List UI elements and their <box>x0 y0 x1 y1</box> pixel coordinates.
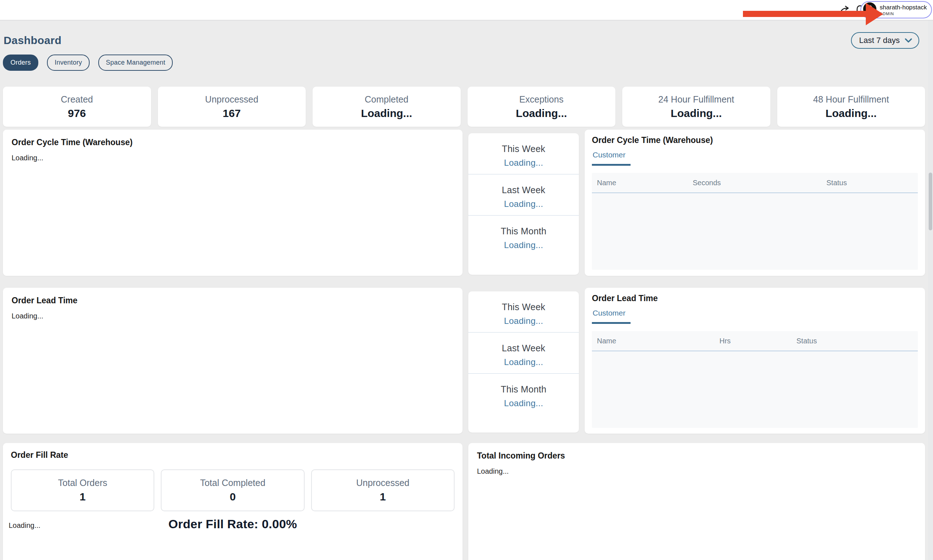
panel-title: Order Fill Rate <box>11 450 455 460</box>
chevron-down-icon <box>905 36 912 45</box>
stat-value: Loading... <box>671 107 722 120</box>
panel-title: Order Cycle Time (Warehouse) <box>12 138 454 147</box>
stat-value: 1 <box>80 491 86 503</box>
stat-label: 24 Hour Fulfillment <box>658 94 734 105</box>
fill-rate-footer: Loading... Order Fill Rate: 0.00% <box>11 517 455 531</box>
summary-label: This Week <box>468 144 579 154</box>
stat-label: Unprocessed <box>356 478 409 488</box>
bottom-row: Order Fill Rate Total Orders 1 Total Com… <box>3 443 925 560</box>
tab-space-management[interactable]: Space Management <box>98 54 173 71</box>
tab-orders[interactable]: Orders <box>3 54 38 71</box>
stat-label: Total Orders <box>58 478 107 488</box>
mini-card-unprocessed: Unprocessed 1 <box>311 469 455 511</box>
summary-value: Loading... <box>468 357 579 367</box>
summary-this-week: This Week Loading... <box>468 133 579 174</box>
user-role: ADMIN <box>880 12 927 16</box>
stat-value: 1 <box>380 491 386 503</box>
stat-card-48h-fulfillment: 48 Hour Fulfillment Loading... <box>777 87 925 127</box>
stat-label: Total Completed <box>200 478 265 488</box>
order-lead-time-summary-card: This Week Loading... Last Week Loading..… <box>468 291 579 432</box>
summary-label: This Month <box>468 226 579 237</box>
summary-label: Last Week <box>468 343 579 354</box>
vertical-scrollbar-thumb[interactable] <box>929 172 932 230</box>
tab-inventory[interactable]: Inventory <box>47 54 89 71</box>
table-body-empty <box>592 193 918 270</box>
column-header-hrs: Hrs <box>714 337 791 345</box>
stat-value: Loading... <box>361 107 412 120</box>
summary-label: Last Week <box>468 185 579 195</box>
summary-last-week: Last Week Loading... <box>468 332 579 374</box>
panel-title: Order Cycle Time (Warehouse) <box>592 135 918 145</box>
order-lead-time-chart-panel: Order Lead Time Loading... <box>3 288 463 434</box>
date-range-dropdown[interactable]: Last 7 days <box>851 32 919 49</box>
lead-time-table: Name Hrs Status <box>592 331 918 428</box>
loading-text: Loading... <box>12 154 454 162</box>
tab-customer[interactable]: Customer <box>592 309 631 324</box>
summary-value: Loading... <box>468 316 579 326</box>
table-header-row: Name Seconds Status <box>592 173 918 193</box>
summary-label: This Week <box>468 302 579 312</box>
stat-label: Exceptions <box>519 94 563 105</box>
loading-text: Loading... <box>477 467 916 475</box>
loading-text: Loading... <box>9 522 40 530</box>
stat-label: 48 Hour Fulfillment <box>813 94 889 105</box>
order-cycle-time-row: Order Cycle Time (Warehouse) Loading... … <box>3 129 925 276</box>
summary-value: Loading... <box>468 199 579 209</box>
table-header-row: Name Hrs Status <box>592 331 918 351</box>
summary-value: Loading... <box>468 158 579 168</box>
column-header-status: Status <box>821 179 918 187</box>
order-lead-time-table-panel: Order Lead Time Customer Name Hrs Status <box>584 288 925 434</box>
panel-title: Order Lead Time <box>12 296 454 305</box>
stat-card-created: Created 976 <box>3 87 151 127</box>
stat-label: Unprocessed <box>205 94 258 105</box>
summary-this-month: This Month Loading... <box>468 215 579 275</box>
mini-card-total-completed: Total Completed 0 <box>161 469 304 511</box>
order-fill-rate-panel: Order Fill Rate Total Orders 1 Total Com… <box>3 443 463 560</box>
page-title: Dashboard <box>4 34 62 46</box>
page-header: Dashboard Last 7 days <box>4 32 925 49</box>
annotation-arrow-head <box>866 3 883 25</box>
tab-customer[interactable]: Customer <box>592 151 631 166</box>
column-header-seconds: Seconds <box>688 179 821 187</box>
summary-this-month: This Month Loading... <box>468 374 579 432</box>
summary-last-week: Last Week Loading... <box>468 174 579 215</box>
order-cycle-time-table-panel: Order Cycle Time (Warehouse) Customer Na… <box>584 129 925 276</box>
loading-text: Loading... <box>12 312 454 320</box>
stat-label: Created <box>61 94 93 105</box>
summary-value: Loading... <box>468 240 579 250</box>
order-cycle-time-summary-card: This Week Loading... Last Week Loading..… <box>468 133 579 275</box>
mini-card-total-orders: Total Orders 1 <box>11 469 154 511</box>
panel-title: Total Incoming Orders <box>477 451 916 461</box>
table-body-empty <box>592 351 918 428</box>
stat-cards-row: Created 976 Unprocessed 167 Completed Lo… <box>3 87 925 127</box>
summary-value: Loading... <box>468 398 579 408</box>
stat-value: 167 <box>223 107 241 120</box>
vertical-scrollbar-track[interactable] <box>928 21 933 560</box>
stat-card-completed: Completed Loading... <box>313 87 461 127</box>
summary-this-week: This Week Loading... <box>468 291 579 332</box>
summary-label: This Month <box>468 384 579 395</box>
column-header-status: Status <box>791 337 918 345</box>
date-range-label: Last 7 days <box>859 36 900 45</box>
stat-card-24h-fulfillment: 24 Hour Fulfillment Loading... <box>622 87 770 127</box>
order-fill-rate-summary: Order Fill Rate: 0.00% <box>11 517 455 531</box>
panel-title: Order Lead Time <box>592 294 918 303</box>
dashboard-tabs: Orders Inventory Space Management <box>3 54 925 71</box>
fill-rate-stats: Total Orders 1 Total Completed 0 Unproce… <box>11 469 455 511</box>
order-cycle-time-chart-panel: Order Cycle Time (Warehouse) Loading... <box>3 129 463 276</box>
column-header-name: Name <box>592 337 714 345</box>
user-name: sharath-hopstack <box>880 4 927 11</box>
stat-value: 0 <box>230 491 236 503</box>
stat-value: Loading... <box>825 107 877 120</box>
dashboard-content: Dashboard Last 7 days Orders Inventory S… <box>0 32 933 560</box>
stat-card-exceptions: Exceptions Loading... <box>467 87 616 127</box>
stat-label: Completed <box>365 94 408 105</box>
topbar: sharath-hopstack ADMIN <box>0 0 933 21</box>
stat-card-unprocessed: Unprocessed 167 <box>158 87 306 127</box>
column-header-name: Name <box>592 179 688 187</box>
cycle-time-table: Name Seconds Status <box>592 173 918 270</box>
stat-value: Loading... <box>516 107 567 120</box>
stat-value: 976 <box>68 107 86 120</box>
total-incoming-orders-panel: Total Incoming Orders Loading... <box>468 443 925 560</box>
order-lead-time-row: Order Lead Time Loading... This Week Loa… <box>3 288 925 431</box>
